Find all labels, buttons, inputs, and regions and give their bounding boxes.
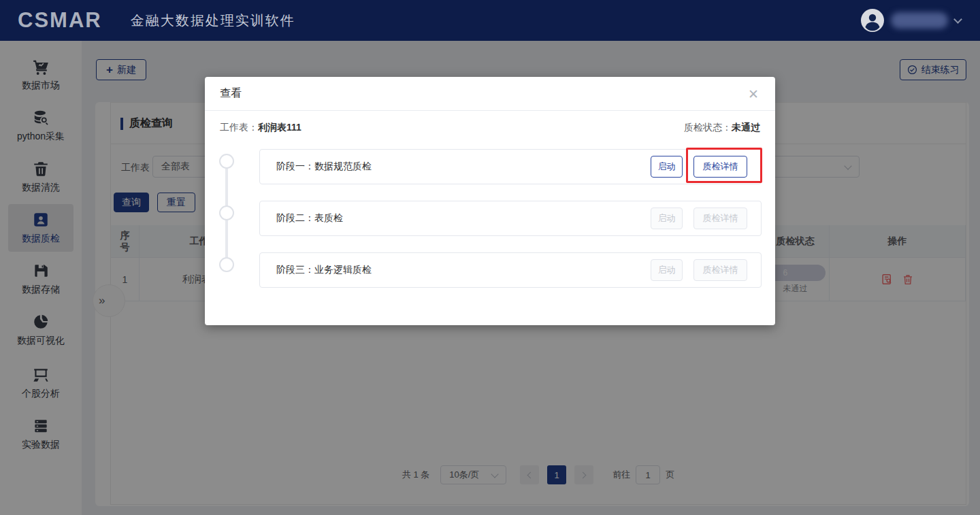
timeline-node-2 <box>219 205 234 220</box>
top-navbar: CSMAR 金融大数据处理实训软件 <box>0 0 980 41</box>
chevron-down-icon <box>953 15 962 24</box>
csmar-logo: CSMAR <box>18 8 102 33</box>
status-value: 未通过 <box>732 122 760 133</box>
stage-3-label: 阶段三：业务逻辑质检 <box>276 264 372 276</box>
app-title: 金融大数据处理实训软件 <box>131 12 295 30</box>
stage-1-detail-button[interactable]: 质检详情 <box>693 156 747 178</box>
dialog-title: 查看 <box>220 86 242 101</box>
stage-1-start-button[interactable]: 启动 <box>651 156 683 178</box>
username-redacted <box>891 12 948 29</box>
stage-3-start-button[interactable]: 启动 <box>651 259 683 281</box>
status-info: 质检状态：未通过 <box>684 122 760 134</box>
timeline-node-1 <box>219 154 234 169</box>
worksheet-info: 工作表：利润表111 <box>220 122 301 134</box>
dialog-info-row: 工作表：利润表111 质检状态：未通过 <box>220 122 760 134</box>
stage-row-1: 阶段一：数据规范质检 启动 质检详情 <box>259 149 762 184</box>
user-menu[interactable] <box>861 9 961 32</box>
stage-1-label: 阶段一：数据规范质检 <box>276 161 372 173</box>
stage-row-2: 阶段二：表质检 启动 质检详情 <box>259 201 762 236</box>
close-icon[interactable]: ✕ <box>744 85 763 103</box>
worksheet-label: 工作表： <box>220 122 258 133</box>
view-dialog: 查看 ✕ 工作表：利润表111 质检状态：未通过 阶段一：数据规范质检 启动 质… <box>205 77 775 325</box>
status-label: 质检状态： <box>684 122 732 133</box>
worksheet-value: 利润表111 <box>258 122 301 133</box>
stage-2-detail-button[interactable]: 质检详情 <box>693 207 747 229</box>
timeline-node-3 <box>219 257 234 272</box>
dialog-header: 查看 ✕ <box>205 77 775 111</box>
stage-row-3: 阶段三：业务逻辑质检 启动 质检详情 <box>259 252 762 288</box>
stage-3-detail-button[interactable]: 质检详情 <box>693 259 747 281</box>
avatar-icon <box>861 9 884 32</box>
stage-2-label: 阶段二：表质检 <box>276 212 343 225</box>
stage-2-start-button[interactable]: 启动 <box>651 207 683 229</box>
